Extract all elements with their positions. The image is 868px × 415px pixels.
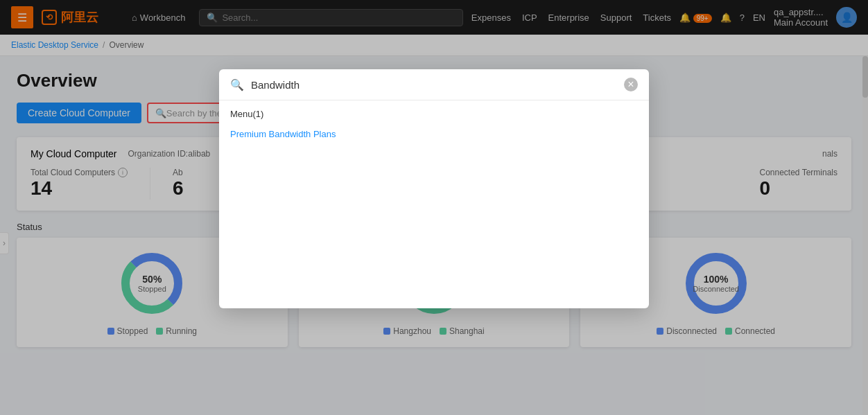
search-modal-input-area: 🔍 Bandwidth × [219,69,649,100]
modal-search-icon: 🔍 [230,78,244,91]
search-modal: 🔍 Bandwidth × Menu(1) Premium Bandwidth … [219,69,649,308]
search-results: Menu(1) Premium Bandwidth Plans [219,100,649,308]
result-group-title: Menu(1) [230,109,638,119]
search-clear-button[interactable]: × [624,78,638,91]
modal-search-field[interactable]: Bandwidth [251,79,617,91]
result-item-bandwidth[interactable]: Premium Bandwidth Plans [230,125,638,143]
